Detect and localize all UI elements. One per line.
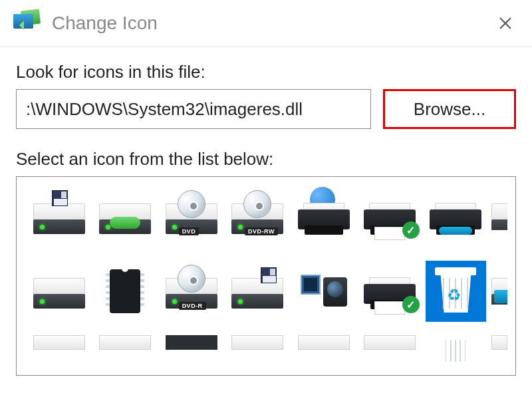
floppy-icon xyxy=(52,190,68,206)
icon-partial[interactable] xyxy=(293,335,354,362)
icon-printer-remote[interactable] xyxy=(426,186,486,247)
file-path-value: :\WINDOWS\System32\imageres.dll xyxy=(26,99,303,120)
icon-chip[interactable] xyxy=(94,261,155,322)
icon-hard-drive[interactable] xyxy=(94,186,155,247)
icon-list[interactable]: DVD DVD-RW ✓ xyxy=(16,176,516,376)
icon-drive-floppy[interactable] xyxy=(227,261,287,322)
file-path-input[interactable]: :\WINDOWS\System32\imageres.dll xyxy=(16,89,371,129)
titlebar: Change Icon xyxy=(0,0,532,47)
icon-recycle-bin-full[interactable]: ♻ xyxy=(426,261,486,322)
icon-partial[interactable] xyxy=(491,335,509,362)
icon-row: DVD DVD-RW ✓ xyxy=(29,186,509,247)
dvdr-badge: DVD-R xyxy=(179,302,206,310)
icon-printer-default[interactable]: ✓ xyxy=(359,261,420,322)
icon-hard-drive[interactable] xyxy=(29,261,89,322)
icon-row: DVD-R ✓ ♻ xyxy=(29,261,509,322)
icon-dvd-drive[interactable]: DVD xyxy=(161,186,221,247)
icon-camcorder[interactable] xyxy=(293,261,354,322)
icon-dvd-r-drive[interactable]: DVD-R xyxy=(161,261,221,322)
icon-network-printer[interactable] xyxy=(293,186,354,247)
close-button[interactable] xyxy=(492,10,519,37)
app-icon xyxy=(13,10,40,37)
icon-printer-default[interactable]: ✓ xyxy=(359,186,420,247)
icon-partial[interactable] xyxy=(359,335,420,362)
icon-partial[interactable] xyxy=(29,335,89,362)
chip-icon xyxy=(110,269,140,313)
file-row: :\WINDOWS\System32\imageres.dll Browse..… xyxy=(16,89,516,129)
icon-partial[interactable] xyxy=(94,335,155,362)
dialog-content: Look for icons in this file: :\WINDOWS\S… xyxy=(0,47,532,376)
camcorder-icon xyxy=(301,273,347,309)
check-icon: ✓ xyxy=(402,221,420,239)
icon-floppy-drive[interactable] xyxy=(29,186,89,247)
icon-row-partial xyxy=(29,335,509,362)
close-icon xyxy=(498,16,513,31)
icon-partial[interactable] xyxy=(227,335,287,362)
dvdrw-badge: DVD-RW xyxy=(245,227,278,235)
select-icon-label: Select an icon from the list below: xyxy=(16,149,516,170)
icon-partial[interactable] xyxy=(426,335,486,362)
disc-icon xyxy=(178,190,205,218)
dvd-badge: DVD xyxy=(179,227,200,235)
window-title: Change Icon xyxy=(52,13,492,34)
icon-external-drive-partial[interactable] xyxy=(491,261,509,322)
icon-partial[interactable] xyxy=(161,335,221,362)
browse-label: Browse... xyxy=(414,99,485,120)
browse-button[interactable]: Browse... xyxy=(383,89,516,129)
file-path-label: Look for icons in this file: xyxy=(16,62,516,82)
icon-external-drive-partial[interactable] xyxy=(491,186,509,247)
icon-dvd-rw-drive[interactable]: DVD-RW xyxy=(227,186,287,247)
recycle-bin-icon: ♻ xyxy=(435,267,476,315)
